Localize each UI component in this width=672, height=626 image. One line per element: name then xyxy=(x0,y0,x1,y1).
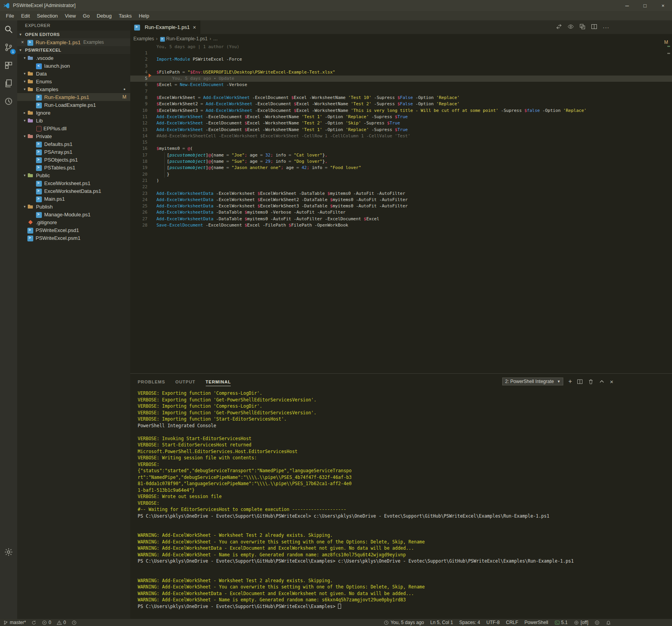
compare-icon[interactable] xyxy=(579,23,586,31)
tab-close-icon[interactable]: × xyxy=(193,24,196,31)
tree-item-run-example-1-ps1[interactable]: Run-Example-1.ps1M xyxy=(17,93,130,101)
maximize-button[interactable]: □ xyxy=(636,0,654,11)
status-feedback[interactable] xyxy=(595,620,600,625)
maximize-panel-icon[interactable] xyxy=(599,379,605,385)
tree-item--gitignore[interactable]: .gitignore xyxy=(17,218,130,226)
tree-item-pstables-ps1[interactable]: PSTables.ps1 xyxy=(17,164,130,171)
status-timer[interactable] xyxy=(72,620,77,625)
chevron-down-icon[interactable]: ▾ xyxy=(22,87,27,91)
code-line[interactable]: 6$Excel = New-ExcelDocument -Verbose xyxy=(130,82,672,88)
menu-item-help[interactable]: Help xyxy=(135,12,153,20)
tree-item-data[interactable]: ▾Data xyxy=(17,70,130,77)
status-indentation[interactable]: Spaces: 4 xyxy=(459,620,480,625)
code-line[interactable]: 26Add-ExcelWorksheetData -DataTable $myi… xyxy=(130,209,672,216)
status-gitlens-blame[interactable]: You, 5 days ago xyxy=(384,620,424,625)
close-panel-icon[interactable]: × xyxy=(610,378,613,385)
code-line[interactable]: 23Add-ExcelWorksheetData -ExcelWorksheet… xyxy=(130,191,672,197)
breadcrumb-item[interactable]: Examples xyxy=(133,36,154,41)
split-editor-icon[interactable] xyxy=(591,23,597,31)
code-line[interactable]: 12Add-ExcelWorkSheet -ExcelDocument $Exc… xyxy=(130,120,672,126)
panel-tab-problems[interactable]: PROBLEMS xyxy=(138,380,165,386)
chevron-down-icon[interactable]: ▾ xyxy=(22,56,27,60)
code-line[interactable]: 16$myitems0 = @( xyxy=(130,146,672,152)
tree-item-main-ps1[interactable]: Main.ps1 xyxy=(17,195,130,203)
breadcrumb-item[interactable]: … xyxy=(213,36,218,41)
extensions-icon[interactable] xyxy=(0,56,17,74)
tree-item-manage-module-ps1[interactable]: Manage-Module.ps1 xyxy=(17,210,130,218)
menu-item-selection[interactable]: Selection xyxy=(33,12,61,20)
code-line[interactable]: 20 } xyxy=(130,171,672,178)
code-line[interactable]: 4$FilePath = "$Env:USERPROFILE\Desktop\P… xyxy=(130,69,672,76)
split-terminal-icon[interactable] xyxy=(577,379,583,385)
code-line[interactable]: 13Add-ExcelWorkSheet -ExcelDocument $Exc… xyxy=(130,127,672,133)
status-warning-count[interactable]: 0 xyxy=(57,620,66,625)
tree-item-run-loadexample-ps1[interactable]: Run-LoadExample.ps1 xyxy=(17,101,130,109)
code-line[interactable]: 24Add-ExcelWorksheetData -ExcelWorksheet… xyxy=(130,197,672,203)
terminal-shell-selector[interactable]: 2: PowerShell Integrate ▼ xyxy=(502,378,563,385)
code-line[interactable]: 7 xyxy=(130,88,672,95)
tree-item-pswriteexcel-psd1[interactable]: PSWriteExcel.psd1 xyxy=(17,226,130,234)
toggle-blame-icon[interactable] xyxy=(568,23,574,31)
tree-item-pswriteexcel-psm1[interactable]: PSWriteExcel.psm1 xyxy=(17,234,130,242)
tree-item-lib[interactable]: ▾Lib xyxy=(17,117,130,124)
panel-tab-terminal[interactable]: TERMINAL xyxy=(206,380,231,386)
code-line[interactable]: 22 xyxy=(130,184,672,190)
status-error-count[interactable]: 0 xyxy=(42,620,51,625)
code-line[interactable]: 5You, 5 days ago • Update xyxy=(130,76,672,82)
status-gitlens-mode[interactable]: [off] xyxy=(574,620,588,625)
open-editor-item[interactable]: ×Run-Example-1.ps1ExamplesM xyxy=(17,38,130,46)
kill-terminal-icon[interactable] xyxy=(588,379,594,385)
tree-item--vscode[interactable]: ▾.vscode xyxy=(17,54,130,62)
source-control-icon[interactable]: 1 xyxy=(0,38,17,56)
status-encoding[interactable]: UTF-8 xyxy=(486,620,500,625)
files-icon[interactable] xyxy=(0,74,17,92)
terminal-output[interactable]: VERBOSE: Exporting function 'Compress-Lo… xyxy=(130,389,672,619)
close-button[interactable]: × xyxy=(654,0,672,11)
close-icon[interactable]: × xyxy=(21,40,27,45)
code-line[interactable]: 27Add-ExcelWorksheetData -DataTable $myi… xyxy=(130,216,672,222)
code-line[interactable]: 15 xyxy=(130,139,672,146)
tab-run-example-1[interactable]: Run-Example-1.ps1 × xyxy=(130,20,200,34)
tree-item-excelworksheet-ps1[interactable]: ExcelWorksheet.ps1 xyxy=(17,179,130,187)
breadcrumb-item[interactable]: Run-Example-1.ps1 xyxy=(160,36,208,42)
status-cursor-position[interactable]: Ln 5, Col 1 xyxy=(430,620,453,625)
tree-item-epplus-dll[interactable]: EPPlus.dll xyxy=(17,124,130,132)
chevron-down-icon[interactable]: ▾ xyxy=(22,72,27,76)
code-editor[interactable]: You, 5 days ago | 1 author (You) 12Impor… xyxy=(130,43,672,373)
status-end-of-line[interactable]: CRLF xyxy=(506,620,518,625)
menu-item-file[interactable]: File xyxy=(2,12,18,20)
tree-item-public[interactable]: ▾Public xyxy=(17,171,130,179)
search-icon[interactable] xyxy=(0,20,17,38)
tree-item-psobjects-ps1[interactable]: PSObjects.ps1 xyxy=(17,156,130,164)
chevron-down-icon[interactable]: ▾ xyxy=(22,173,27,177)
tree-item-ignore[interactable]: ▸Ignore xyxy=(17,109,130,117)
chevron-down-icon[interactable]: ▾ xyxy=(22,205,27,209)
menu-item-go[interactable]: Go xyxy=(79,12,93,20)
code-line[interactable]: 11Add-ExcelWorkSheet -ExcelDocument $Exc… xyxy=(130,114,672,120)
new-terminal-icon[interactable]: + xyxy=(568,378,572,385)
tree-item-examples[interactable]: ▾Examples● xyxy=(17,85,130,93)
code-line[interactable]: 21) xyxy=(130,178,672,184)
code-line[interactable]: 14#Add-ExcelWorkSheetCell -ExcelWorkshee… xyxy=(130,133,672,139)
code-line[interactable]: 2Import-Module PSWriteExcel -Force xyxy=(130,56,672,63)
tree-item-publish[interactable]: ▾Publish xyxy=(17,203,130,210)
more-actions-icon[interactable]: ··· xyxy=(603,24,609,31)
menu-item-tasks[interactable]: Tasks xyxy=(115,12,135,20)
code-line[interactable]: 9$ExcelWorkSheet2 = Add-ExcelWorkSheet -… xyxy=(130,101,672,107)
tree-item-psarray-ps1[interactable]: PSArray.ps1 xyxy=(17,148,130,156)
code-line[interactable]: 18 [pscustomobject]@{name = "Sue"; age =… xyxy=(130,158,672,165)
open-editors-section[interactable]: ▾ OPEN EDITORS xyxy=(17,31,130,38)
code-line[interactable]: 17 [pscustomobject]@{name = "Joe"; age =… xyxy=(130,152,672,158)
chevron-down-icon[interactable]: ▾ xyxy=(22,79,27,83)
code-line[interactable]: 1 xyxy=(130,50,672,56)
tree-item-launch-json[interactable]: launch.json xyxy=(17,62,130,70)
code-line[interactable]: 19 [pscustomobject]@{name = "Jason anoth… xyxy=(130,165,672,171)
tree-item-excelworksheetdata-ps1[interactable]: ExcelWorksheetData.ps1 xyxy=(17,187,130,195)
chevron-down-icon[interactable]: ▾ xyxy=(22,119,27,122)
chevron-right-icon[interactable]: ▸ xyxy=(22,111,27,115)
code-line[interactable]: 10$ExcelWorkSheet3 = Add-ExcelWorkSheet … xyxy=(130,108,672,114)
code-line[interactable]: 28Save-ExcelDocument -ExcelDocument $Exc… xyxy=(130,222,672,228)
code-line[interactable]: 8$ExcelWorkSheet = Add-ExcelWorkSheet -E… xyxy=(130,95,672,101)
status-sync[interactable] xyxy=(31,620,36,625)
minimize-button[interactable]: ─ xyxy=(618,0,636,11)
